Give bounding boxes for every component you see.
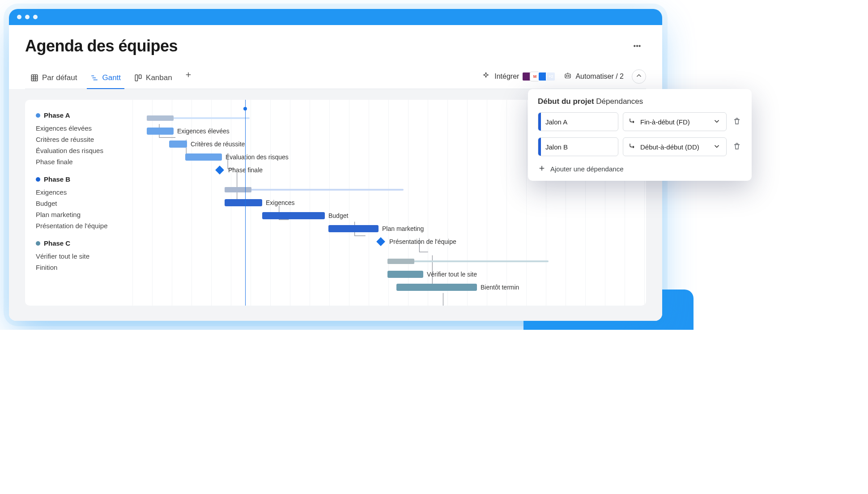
gantt-task-list: Phase A Exigences élevées Critères de ré…: [25, 100, 128, 306]
phase-title-label: Phase C: [44, 239, 70, 247]
grid-icon: [30, 74, 38, 82]
phase-dot-icon: [36, 241, 40, 246]
dependency-row: Jalon B Début-à-début (DD): [538, 137, 743, 156]
svg-rect-0: [31, 75, 38, 81]
tab-default[interactable]: Par défaut: [25, 69, 82, 89]
dependency-path-icon: [629, 142, 637, 152]
trash-icon: [733, 117, 741, 127]
window-dot: [33, 15, 38, 19]
gantt-icon: [90, 74, 98, 82]
dots-horizontal-icon: •••: [634, 42, 641, 50]
gantt-bar[interactable]: [328, 225, 379, 232]
gantt-bar-label: Bientôt termin: [481, 284, 519, 291]
plus-icon: [538, 164, 546, 174]
collapse-button[interactable]: [632, 69, 646, 84]
page-title: Agenda des équipes: [25, 37, 178, 55]
task-row[interactable]: Plan marketing: [36, 209, 122, 220]
plus-icon: [184, 71, 192, 81]
add-view-button[interactable]: [180, 71, 196, 87]
gantt-bar-label: Vérifier tout le site: [427, 271, 477, 278]
phase-dot-icon: [36, 177, 40, 182]
window-dot: [17, 15, 21, 19]
dependency-target-label: Jalon B: [541, 143, 568, 151]
window-dot: [25, 15, 30, 19]
svg-rect-1: [135, 75, 137, 81]
task-row[interactable]: Évaluation des risques: [36, 145, 122, 156]
gantt-bar-label: Critères de réussite: [191, 141, 245, 148]
integrate-label: Intégrer: [494, 72, 519, 81]
task-row[interactable]: Critères de réussite: [36, 134, 122, 145]
dependency-type-select[interactable]: Fin-à-début (FD): [623, 112, 727, 131]
gantt-bar-label: Plan marketing: [382, 225, 424, 232]
phase-toggle-a[interactable]: Phase A: [36, 111, 122, 119]
dependency-path-icon: [629, 117, 637, 127]
popover-title-rest: Dépendances: [596, 97, 643, 106]
content-area: Phase A Exigences élevées Critères de ré…: [9, 89, 662, 321]
task-row[interactable]: Finition: [36, 262, 122, 273]
dependency-target-label: Jalon A: [541, 118, 567, 126]
gantt-bar-label: Présentation de l'équipe: [389, 238, 456, 245]
tab-label: Gantt: [102, 73, 121, 82]
chevron-down-icon: [713, 142, 721, 152]
bot-icon: [564, 72, 572, 81]
tab-kanban[interactable]: Kanban: [129, 69, 178, 89]
add-dependency-label: Ajouter une dépendance: [550, 165, 623, 173]
gantt-bar[interactable]: [262, 212, 325, 219]
add-dependency-button[interactable]: Ajouter une dépendance: [538, 162, 743, 174]
dependency-type-select[interactable]: Début-à-début (DD): [623, 137, 727, 156]
dependency-type-label: Fin-à-début (FD): [640, 118, 690, 126]
integrate-button[interactable]: Intégrer M +2: [482, 72, 556, 81]
task-row[interactable]: Phase finale: [36, 156, 122, 167]
delete-dependency-button[interactable]: [731, 141, 743, 153]
phase-title-label: Phase B: [44, 175, 70, 183]
dependency-row: Jalon A Fin-à-début (FD): [538, 112, 743, 131]
chevron-up-icon: [635, 72, 643, 81]
dependency-target-input[interactable]: Jalon A: [538, 112, 618, 131]
window-content: Agenda des équipes ••• Par défaut Gantt: [9, 25, 662, 321]
gantt-milestone[interactable]: [376, 237, 385, 246]
app-frame: Agenda des équipes ••• Par défaut Gantt: [9, 9, 662, 321]
gantt-bar[interactable]: [387, 271, 423, 278]
view-tabs: Par défaut Gantt Kanban: [25, 69, 646, 89]
task-row[interactable]: Exigences: [36, 187, 122, 198]
gantt-bar-label: Budget: [328, 212, 348, 219]
window-titlebar: [9, 9, 662, 25]
task-row[interactable]: Vérifier tout le site: [36, 251, 122, 262]
gantt-bar[interactable]: [185, 153, 222, 161]
svg-point-5: [569, 76, 570, 77]
task-row[interactable]: Exigences élevées: [36, 123, 122, 134]
popover-title: Début du projet Dépendances: [538, 97, 743, 106]
phase-toggle-c[interactable]: Phase C: [36, 239, 122, 247]
task-row[interactable]: Budget: [36, 198, 122, 209]
phase-toggle-b[interactable]: Phase B: [36, 175, 122, 183]
delete-dependency-button[interactable]: [731, 116, 743, 128]
automate-label: Automatiser / 2: [575, 72, 624, 81]
sparkle-icon: [482, 72, 490, 81]
gantt-milestone[interactable]: [215, 166, 224, 175]
gantt-bar[interactable]: [396, 284, 477, 291]
gantt-bar-label: Exigences: [266, 199, 295, 206]
gantt-bar[interactable]: [225, 199, 262, 206]
today-indicator: [245, 100, 246, 306]
phase-title-label: Phase A: [44, 111, 70, 119]
gantt-bar-label: Exigences élevées: [177, 128, 230, 135]
tab-label: Par défaut: [42, 73, 77, 82]
gantt-bar[interactable]: [169, 141, 187, 148]
svg-rect-3: [565, 74, 570, 78]
more-button[interactable]: •••: [628, 37, 646, 55]
task-row[interactable]: Présentation de l'équipe: [36, 220, 122, 231]
gantt-bar-label: Évaluation des risques: [226, 153, 289, 161]
phase-group-bar-b[interactable]: [225, 189, 404, 191]
dependency-target-input[interactable]: Jalon B: [538, 137, 618, 156]
dependency-type-label: Début-à-début (DD): [640, 143, 699, 151]
phase-group-bar-a[interactable]: [147, 117, 250, 119]
svg-rect-2: [139, 75, 141, 78]
svg-point-4: [566, 76, 567, 77]
dependencies-popover: Début du projet Dépendances Jalon A Fin: [528, 89, 752, 181]
gantt-bar[interactable]: [147, 128, 174, 135]
tab-label: Kanban: [146, 73, 172, 82]
phase-dot-icon: [36, 113, 40, 118]
automate-button[interactable]: Automatiser / 2: [564, 72, 624, 81]
tab-gantt[interactable]: Gantt: [85, 69, 126, 89]
phase-group-bar-c[interactable]: [387, 260, 549, 262]
